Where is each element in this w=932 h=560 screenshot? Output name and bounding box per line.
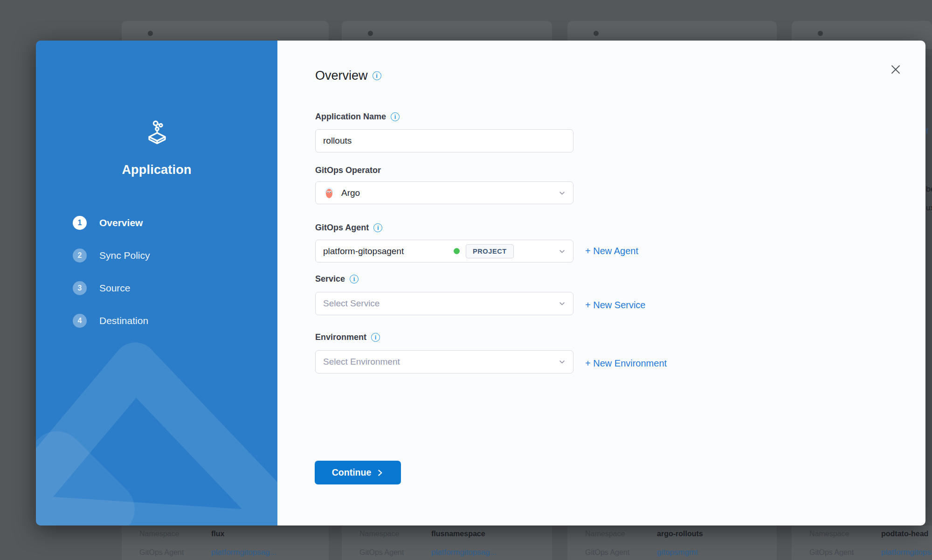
environment-placeholder: Select Environment bbox=[323, 357, 400, 367]
wizard-title: Application bbox=[36, 163, 277, 177]
step-overview[interactable]: 1 Overview bbox=[73, 214, 143, 231]
application-name-input[interactable] bbox=[315, 129, 573, 152]
status-dot-icon bbox=[368, 31, 373, 36]
agent-scope-badge: PROJECT bbox=[466, 244, 514, 258]
page-title: Overview bbox=[315, 69, 368, 83]
harness-watermark-logo bbox=[36, 311, 277, 525]
namespace-label: Namespace bbox=[809, 530, 881, 538]
step-label: Overview bbox=[99, 217, 143, 228]
chevron-down-icon bbox=[559, 189, 566, 196]
gitops-agent-label: GitOps Agent bbox=[809, 548, 881, 557]
namespace-value: podtato-head bbox=[881, 530, 928, 538]
namespace-label: Namespace bbox=[359, 530, 431, 538]
wizard-sidebar: Application 1 Overview 2 Sync Policy 3 S… bbox=[36, 41, 277, 525]
argo-icon bbox=[323, 187, 335, 199]
namespace-label: Namespace bbox=[139, 530, 211, 538]
agent-health-dot-icon bbox=[454, 248, 460, 254]
step-number: 4 bbox=[73, 314, 87, 328]
status-dot-icon bbox=[818, 31, 823, 36]
service-placeholder: Select Service bbox=[323, 298, 380, 309]
gitops-agent-link: platformgitopsag... bbox=[431, 548, 497, 557]
gitops-agent-label: GitOps Agent bbox=[139, 548, 211, 557]
background-card: Namespaceflusnamespace GitOps Agentplatf… bbox=[342, 525, 552, 560]
gitops-operator-value: Argo bbox=[341, 188, 360, 198]
gitops-operator-select[interactable]: Argo bbox=[315, 181, 573, 204]
continue-button[interactable]: Continue bbox=[315, 461, 401, 484]
gitops-agent-label: GitOps Agent bbox=[359, 548, 431, 557]
chevron-down-icon bbox=[559, 359, 566, 366]
status-dot-icon bbox=[148, 31, 153, 36]
gitops-agent-select[interactable]: platform-gitopsagent PROJECT bbox=[315, 240, 573, 263]
namespace-value: flux bbox=[211, 530, 224, 538]
gitops-agent-label: GitOps Agent bbox=[315, 223, 369, 233]
application-name-label: Application Name bbox=[315, 112, 386, 122]
namespace-label: Namespace bbox=[585, 530, 657, 538]
info-icon[interactable]: i bbox=[373, 223, 382, 232]
environment-label: Environment bbox=[315, 332, 366, 342]
edge-text-fragment: ux bbox=[926, 203, 932, 213]
info-icon[interactable]: i bbox=[373, 71, 381, 80]
chevron-down-icon bbox=[559, 300, 566, 307]
close-icon[interactable] bbox=[890, 64, 901, 75]
service-select[interactable]: Select Service bbox=[315, 292, 573, 315]
chevron-right-icon bbox=[376, 469, 384, 477]
gitops-agent-link: gitopsmgmt bbox=[657, 548, 698, 557]
chevron-down-icon bbox=[559, 248, 566, 255]
step-destination[interactable]: 4 Destination bbox=[73, 312, 148, 329]
new-environment-link[interactable]: + New Environment bbox=[585, 358, 667, 369]
step-number: 3 bbox=[73, 281, 87, 295]
new-agent-link[interactable]: + New Agent bbox=[585, 246, 638, 256]
step-number: 1 bbox=[73, 216, 87, 230]
step-sync-policy[interactable]: 2 Sync Policy bbox=[73, 247, 150, 264]
continue-label: Continue bbox=[332, 467, 371, 478]
namespace-value: argo-rollouts bbox=[657, 530, 703, 538]
background-card: Namespaceargo-rollouts GitOps Agentgitop… bbox=[567, 525, 777, 560]
gitops-application-icon bbox=[144, 119, 171, 146]
edge-text-fragment: be bbox=[926, 185, 932, 194]
background-card: Namespaceflux GitOps Agentplatformgitops… bbox=[122, 525, 329, 560]
gitops-agent-value: platform-gitopsagent bbox=[323, 246, 454, 256]
background-card: Namespacepodtato-head GitOps Agentplatfo… bbox=[792, 525, 932, 560]
gitops-agent-link: platformgitopsag... bbox=[881, 548, 932, 557]
info-icon[interactable]: i bbox=[371, 333, 380, 342]
environment-select[interactable]: Select Environment bbox=[315, 350, 573, 373]
gitops-agent-link: platformgitopsag... bbox=[211, 548, 276, 557]
status-dot-icon bbox=[594, 31, 599, 36]
info-icon[interactable]: i bbox=[391, 112, 400, 121]
wizard-content-panel: Overview i Application Name i GitOps Ope… bbox=[277, 41, 925, 525]
namespace-value: flusnamespace bbox=[431, 530, 485, 538]
step-label: Destination bbox=[99, 315, 148, 326]
gitops-agent-label: GitOps Agent bbox=[585, 548, 657, 557]
gitops-operator-label: GitOps Operator bbox=[315, 166, 381, 175]
step-label: Source bbox=[99, 283, 131, 294]
screen: Namespaceflux GitOps Agentplatformgitops… bbox=[0, 0, 932, 560]
service-label: Service bbox=[315, 274, 345, 284]
application-wizard-modal: Application 1 Overview 2 Sync Policy 3 S… bbox=[36, 41, 925, 525]
step-number: 2 bbox=[73, 249, 87, 263]
step-label: Sync Policy bbox=[99, 250, 150, 261]
info-icon[interactable]: i bbox=[350, 275, 359, 283]
new-service-link[interactable]: + New Service bbox=[585, 300, 646, 311]
edge-text-fragment: f bbox=[926, 127, 928, 136]
step-source[interactable]: 3 Source bbox=[73, 280, 131, 297]
